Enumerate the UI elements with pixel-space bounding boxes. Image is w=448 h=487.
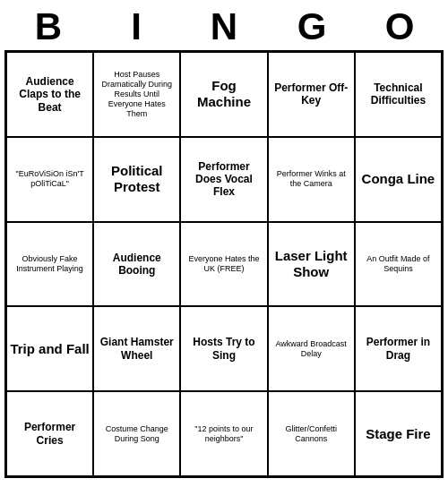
bingo-cell-19[interactable]: Performer in Drag (355, 306, 442, 391)
bingo-cell-16[interactable]: Giant Hamster Wheel (93, 306, 180, 391)
bingo-grid: Audience Claps to the BeatHost Pauses Dr… (4, 50, 444, 478)
bingo-cell-4[interactable]: Technical Difficulties (355, 52, 442, 137)
bingo-cell-9[interactable]: Conga Line (355, 137, 442, 222)
bingo-cell-21[interactable]: Costume Change During Song (93, 391, 180, 476)
bingo-cell-24[interactable]: Stage Fire (355, 391, 442, 476)
bingo-cell-8[interactable]: Performer Winks at the Camera (268, 137, 355, 222)
bingo-cell-5[interactable]: "EuRoViSiOn iSn'T pOliTiCaL" (6, 137, 93, 222)
bingo-cell-3[interactable]: Performer Off-Key (268, 52, 355, 137)
bingo-cell-1[interactable]: Host Pauses Dramatically During Results … (93, 52, 180, 137)
bingo-cell-2[interactable]: Fog Machine (180, 52, 267, 137)
bingo-cell-15[interactable]: Trip and Fall (6, 306, 93, 391)
bingo-cell-17[interactable]: Hosts Try to Sing (180, 306, 267, 391)
bingo-letter-o: O (359, 5, 440, 48)
bingo-cell-6[interactable]: Political Protest (93, 137, 180, 222)
bingo-cell-14[interactable]: An Outfit Made of Sequins (355, 222, 442, 307)
bingo-cell-22[interactable]: "12 points to our neighbors" (180, 391, 267, 476)
bingo-letter-b: B (8, 5, 89, 48)
bingo-cell-18[interactable]: Awkward Broadcast Delay (268, 306, 355, 391)
bingo-cell-20[interactable]: Performer Cries (6, 391, 93, 476)
bingo-letter-n: N (184, 5, 264, 48)
bingo-cell-13[interactable]: Laser Light Show (268, 222, 355, 307)
bingo-header: BINGO (4, 0, 444, 50)
bingo-cell-7[interactable]: Performer Does Vocal Flex (180, 137, 267, 222)
bingo-cell-10[interactable]: Obviously Fake Instrument Playing (6, 222, 93, 307)
bingo-cell-0[interactable]: Audience Claps to the Beat (6, 52, 93, 137)
bingo-letter-g: G (271, 5, 352, 48)
bingo-letter-i: I (96, 5, 177, 48)
bingo-cell-12[interactable]: Everyone Hates the UK (FREE) (180, 222, 267, 307)
bingo-cell-23[interactable]: Glitter/Confetti Cannons (268, 391, 355, 476)
bingo-cell-11[interactable]: Audience Booing (93, 222, 180, 307)
